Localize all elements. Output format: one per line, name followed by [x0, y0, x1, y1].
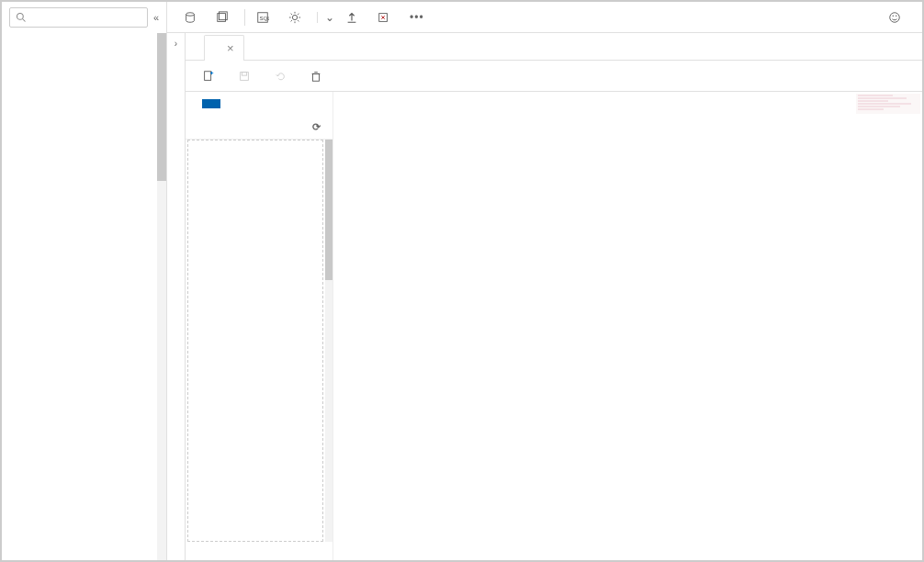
svg-point-7: [292, 15, 297, 19]
undo-icon: [274, 70, 287, 83]
editor-gutter: [333, 92, 372, 560]
list-scrollbar[interactable]: [325, 140, 332, 542]
svg-rect-18: [242, 72, 246, 75]
svg-rect-14: [205, 71, 211, 80]
smile-icon: [888, 11, 901, 24]
search-box[interactable]: [9, 7, 148, 28]
col-header-item[interactable]: [253, 121, 312, 133]
delete-collection-button[interactable]: [370, 7, 402, 28]
sproc-dropdown[interactable]: ⌄: [321, 11, 338, 24]
sidebar-scrollbar[interactable]: [157, 33, 166, 560]
discard-button: [266, 66, 299, 86]
search-input[interactable]: [27, 12, 141, 23]
edit-filter-button[interactable]: [202, 99, 220, 108]
sql-api-tab[interactable]: ›: [167, 33, 186, 560]
json-editor[interactable]: [372, 92, 922, 560]
more-button[interactable]: •••: [402, 7, 432, 28]
svg-point-2: [186, 12, 195, 16]
svg-line-1: [23, 19, 26, 22]
trash-icon: [310, 70, 322, 83]
col-header-id[interactable]: [193, 121, 253, 133]
search-icon: [16, 12, 27, 23]
save-icon: [238, 70, 251, 83]
new-sql-query-button[interactable]: SQL: [249, 7, 281, 28]
chevron-right-icon[interactable]: ›: [173, 37, 179, 51]
new-sproc-button[interactable]: [281, 7, 313, 28]
load-more-link[interactable]: [186, 542, 332, 560]
top-toolbar: SQL ⌄ •••: [167, 2, 922, 33]
svg-point-11: [890, 12, 900, 22]
svg-point-0: [17, 14, 24, 20]
gear-icon: [288, 11, 301, 24]
svg-text:SQL: SQL: [260, 14, 270, 20]
collection-icon: [216, 11, 229, 24]
new-database-button[interactable]: [176, 7, 208, 28]
new-document-button[interactable]: [195, 66, 227, 86]
new-doc-icon: [202, 70, 215, 83]
documents-tab[interactable]: ×: [204, 35, 244, 61]
feedback-button[interactable]: [881, 7, 913, 28]
svg-point-12: [893, 15, 894, 16]
close-tab-icon[interactable]: ×: [227, 41, 234, 55]
query-icon: SQL: [256, 11, 269, 24]
delete-collection-icon: [377, 11, 390, 24]
upload-button[interactable]: [338, 7, 370, 28]
svg-rect-19: [313, 73, 320, 81]
refresh-icon[interactable]: ⟳: [312, 121, 325, 133]
database-icon: [184, 11, 197, 24]
svg-point-13: [896, 15, 896, 16]
delete-button[interactable]: [302, 66, 334, 86]
update-button: [231, 66, 263, 86]
minimap-icon: [856, 94, 920, 114]
new-collection-button[interactable]: [208, 7, 241, 28]
upload-icon: [345, 11, 358, 24]
collapse-sidebar-button[interactable]: «: [153, 12, 159, 23]
